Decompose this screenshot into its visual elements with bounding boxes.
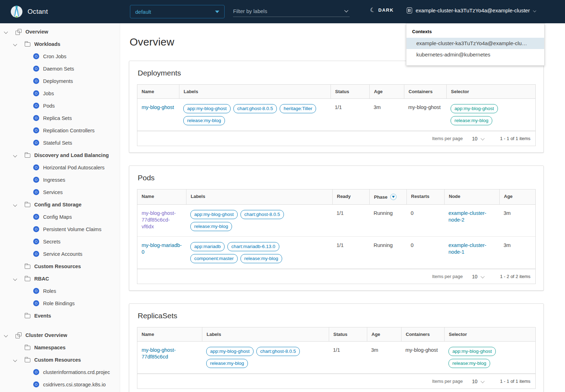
sidebar-item-discovery-load-balancing[interactable]: Discovery and Load Balancing [0, 149, 120, 161]
daemonsets-icon [33, 66, 39, 72]
context-menu-item[interactable]: kubernetes-admin@kubernetes [406, 49, 544, 60]
sidebar-item-roles[interactable]: Roles [0, 285, 120, 297]
sidebar-item-config-and-storage[interactable]: Config and Storage [0, 198, 120, 211]
label-pill: chart:ghost-8.0.5 [256, 347, 300, 356]
sidebar-item-csidrivers[interactable]: csidrivers.csi.storage.k8s.io [0, 378, 120, 391]
table-footer: Items per page 10 1 - 2 of 2 items [137, 269, 535, 284]
sidebar-nav: Overview Workloads Cron Jobs Daemon Sets… [0, 23, 120, 392]
chevron-down-icon[interactable] [13, 276, 18, 282]
column-header-restarts: Restarts [406, 189, 444, 204]
serviceaccounts-icon [33, 251, 39, 257]
restarts-cell: 0 [406, 237, 444, 269]
octant-logo [10, 5, 23, 18]
items-per-page-select[interactable]: 10 [472, 379, 484, 384]
folder-icon [25, 152, 30, 158]
age-cell: 3m [499, 237, 535, 269]
age-cell: 3m [367, 342, 401, 373]
pagination-range: 1 - 1 of 1 items [500, 379, 530, 384]
pods-title: Pods [138, 174, 536, 182]
theme-label: DARK [378, 7, 394, 13]
deployments-title: Deployments [138, 69, 536, 77]
folder-icon [25, 41, 30, 47]
chevron-down-icon[interactable] [13, 357, 18, 363]
sidebar-item-cluster-custom-resources[interactable]: Custom Resources [0, 354, 120, 366]
column-header-node: Node [444, 189, 499, 204]
sidebar-item-deployments[interactable]: Deployments [0, 75, 120, 87]
folder-icon [25, 264, 30, 269]
column-header-labels: Labels [202, 327, 329, 341]
pod-name-link[interactable]: my-blog-ghost-77df85c6cd-vf6dx [142, 210, 176, 229]
replicationcontrollers-icon [33, 127, 39, 133]
theme-toggle[interactable]: ☾ DARK [370, 7, 394, 13]
sidebar-item-config-maps[interactable]: Config Maps [0, 211, 120, 223]
label-pill: release:my-blog [183, 116, 225, 125]
context-switcher[interactable]: example-cluster-ka3TuTzYo4a@example-clus… [407, 7, 536, 13]
node-link[interactable]: example-cluster-node-2 [448, 210, 486, 223]
sidebar-item-secrets[interactable]: Secrets [0, 235, 120, 248]
deployment-name-link[interactable]: my-blog-ghost [142, 104, 174, 110]
pod-name-link[interactable]: my-blog-mariadb-0 [142, 242, 182, 255]
sidebar-item-namespaces[interactable]: Namespaces [0, 341, 120, 354]
table-row: my-blog-ghost-77df85c6cd-vf6dx app:my-bl… [137, 205, 535, 237]
table-footer: Items per page 10 1 - 1 of 1 items [137, 131, 535, 146]
selector-pill: app:my-blog-ghost [448, 347, 496, 356]
column-header-containers: Containers [404, 85, 446, 98]
folder-icon [25, 202, 30, 207]
chevron-down-icon[interactable] [344, 8, 348, 12]
folder-icon [25, 345, 30, 350]
secrets-icon [33, 239, 39, 245]
sidebar-item-pods[interactable]: Pods [0, 99, 120, 112]
sidebar-item-services[interactable]: Services [0, 186, 120, 198]
sidebar-item-replica-sets[interactable]: Replica Sets [0, 112, 120, 124]
sidebar-item-custom-resources[interactable]: Custom Resources [0, 260, 120, 272]
context-menu-item[interactable]: example-cluster-ka3TuTzYo4a@example-clu… [406, 38, 544, 49]
table-footer: Items per page 10 1 - 1 of 1 items [137, 374, 535, 388]
folder-icon [25, 313, 30, 318]
sidebar-item-ingresses[interactable]: Ingresses [0, 174, 120, 186]
label-filter-input[interactable] [233, 8, 345, 14]
chevron-down-icon[interactable] [13, 152, 18, 158]
sidebar-item-workloads[interactable]: Workloads [0, 38, 120, 50]
chevron-down-icon[interactable] [13, 201, 18, 208]
deployments-card: Deployments Name Labels Status Age Conta… [129, 61, 544, 153]
ready-cell: 1/1 [332, 237, 369, 269]
sidebar-item-stateful-sets[interactable]: Stateful Sets [0, 137, 120, 149]
pagination-range: 1 - 2 of 2 items [500, 274, 530, 279]
chevron-down-icon [481, 379, 484, 383]
sidebar-item-rbac[interactable]: RBAC [0, 272, 120, 285]
sidebar-item-cluster-overview[interactable]: Cluster Overview [0, 329, 120, 341]
chevron-down-icon[interactable] [13, 41, 18, 47]
label-pill: chart:ghost-8.0.5 [233, 104, 277, 113]
replicaset-name-link[interactable]: my-blog-ghost-77df85c6cd [142, 347, 176, 360]
sidebar-item-horizontal-pod-autoscalers[interactable]: Horizontal Pod Autoscalers [0, 161, 120, 174]
chevron-down-icon [481, 274, 484, 278]
sidebar-item-replication-controllers[interactable]: Replication Controllers [0, 124, 120, 137]
sidebar-item-cron-jobs[interactable]: Cron Jobs [0, 50, 120, 62]
sidebar-item-role-bindings[interactable]: Role Bindings [0, 297, 120, 309]
sidebar-item-service-accounts[interactable]: Service Accounts [0, 248, 120, 260]
sidebar-item-events[interactable]: Events [0, 309, 120, 322]
sidebar-item-persistent-volume-claims[interactable]: Persistent Volume Claims [0, 223, 120, 235]
sidebar-item-jobs[interactable]: Jobs [0, 87, 120, 99]
items-per-page-select[interactable]: 10 [472, 136, 484, 141]
sidebar-item-overview[interactable]: Overview [0, 25, 120, 38]
replicasets-title: ReplicaSets [138, 312, 536, 320]
ready-cell: 1/1 [332, 205, 369, 236]
customresource-icon [33, 369, 39, 375]
sidebar-item-daemon-sets[interactable]: Daemon Sets [0, 62, 120, 75]
namespace-select[interactable]: default [130, 5, 225, 18]
chevron-down-icon[interactable] [4, 332, 8, 338]
items-per-page-select[interactable]: 10 [472, 274, 484, 279]
jobs-icon [33, 90, 39, 96]
configmaps-icon [33, 214, 39, 220]
column-header-name: Name [137, 189, 186, 204]
chevron-down-icon[interactable] [4, 29, 8, 35]
selector-pill: release:my-blog [451, 116, 492, 125]
node-link[interactable]: example-cluster-node-1 [448, 242, 486, 255]
hpa-icon [33, 164, 39, 170]
filter-icon[interactable] [390, 194, 397, 200]
selector-pill: app:my-blog-ghost [451, 104, 498, 113]
table-row: my-blog-ghost app:my-blog-ghost chart:gh… [137, 99, 535, 131]
sidebar-item-clusterinformations[interactable]: clusterinformations.crd.projec [0, 366, 120, 378]
brand: Octant [10, 5, 48, 18]
